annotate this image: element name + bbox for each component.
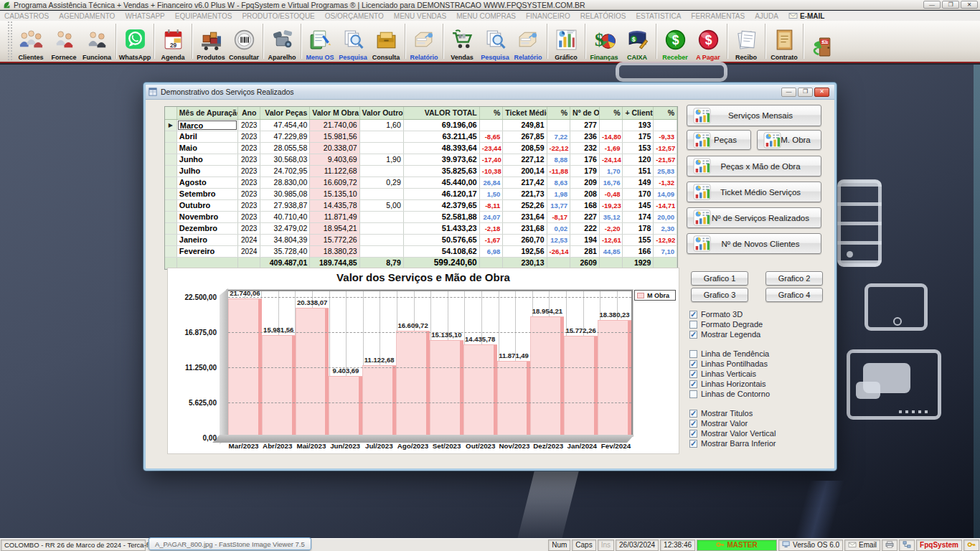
checkbox-box[interactable] bbox=[689, 331, 697, 339]
restore-button[interactable]: ❐ bbox=[942, 1, 959, 9]
grid-cell[interactable]: 151 bbox=[623, 165, 654, 176]
grid-cell[interactable]: -0,48 bbox=[599, 188, 623, 199]
toolbar-button-recibo[interactable]: Recibo bbox=[730, 21, 763, 62]
checkbox-box[interactable] bbox=[689, 380, 697, 388]
grid-cell[interactable] bbox=[359, 234, 403, 245]
grid-cell[interactable]: 18.380,23 bbox=[310, 245, 359, 257]
grid-cell[interactable]: 8,63 bbox=[547, 176, 570, 188]
grid-cell[interactable]: 11.122,68 bbox=[310, 165, 359, 176]
grid-cell[interactable] bbox=[599, 119, 623, 131]
grid-cell[interactable]: Novembro bbox=[176, 211, 238, 222]
toolbar-button-consulta[interactable]: Consulta bbox=[369, 21, 402, 62]
grid-cell[interactable]: 47.454,40 bbox=[260, 119, 309, 131]
window-maximize-button[interactable]: ❐ bbox=[798, 88, 813, 97]
grid-cell[interactable]: 15.135,10 bbox=[310, 188, 359, 199]
grid-cell[interactable]: 52.581,88 bbox=[403, 211, 479, 222]
side-button-ticket-m-dio-servi-os[interactable]: Ticket Médio Serviços bbox=[687, 182, 821, 202]
menu-item-estatistica[interactable]: ESTATISTICA bbox=[636, 12, 681, 20]
grid-cell[interactable]: 51.433,23 bbox=[403, 222, 479, 234]
grid-cell[interactable]: -22,12 bbox=[547, 142, 570, 154]
grid-cell[interactable]: 2023 bbox=[238, 176, 260, 188]
grid-cell[interactable]: -9,33 bbox=[654, 131, 677, 142]
grid-cell[interactable]: 209 bbox=[570, 176, 600, 188]
window-minimize-button[interactable]: — bbox=[781, 88, 796, 97]
grid-cell[interactable]: -17,40 bbox=[479, 154, 503, 165]
toolbar-button-receber[interactable]: $Receber bbox=[659, 21, 692, 62]
grid-cell[interactable]: 1,60 bbox=[359, 119, 403, 131]
grid-cell[interactable]: 145 bbox=[623, 199, 654, 211]
checkbox-linhas-verticais[interactable]: Linhas Verticais bbox=[689, 369, 756, 378]
checkbox-box[interactable] bbox=[689, 321, 697, 329]
checkbox-box[interactable] bbox=[689, 350, 697, 358]
grid-cell[interactable]: Setembro bbox=[176, 188, 238, 199]
menu-item-produto-estoque[interactable]: PRODUTO/ESTOQUE bbox=[242, 12, 314, 20]
checkbox-mostrar-valor[interactable]: Mostrar Valor bbox=[689, 419, 748, 428]
grid-cell[interactable]: 2023 bbox=[238, 211, 260, 222]
toolbar-button-relat-rio[interactable]: Relatório bbox=[407, 21, 440, 62]
side-button-pe-as-x-m-o-de-obra[interactable]: Peças x Mão de Obra bbox=[687, 156, 821, 176]
grid-cell[interactable]: -11,88 bbox=[547, 165, 570, 176]
checkbox-mostrar-titulos[interactable]: Mostrar Titulos bbox=[689, 409, 753, 418]
toolbar-button-fornece[interactable]: Fornece bbox=[47, 21, 80, 62]
grid-cell[interactable]: 30.985,08 bbox=[260, 188, 309, 199]
grid-cell[interactable]: 175 bbox=[623, 131, 654, 142]
grid-cell[interactable]: Agosto bbox=[176, 176, 238, 188]
checkbox-box[interactable] bbox=[689, 430, 697, 438]
window-titlebar[interactable]: Demonstrativo dos Serviços Realizados — … bbox=[146, 85, 834, 100]
grid-cell[interactable]: Maio bbox=[176, 142, 238, 154]
minimize-button[interactable]: — bbox=[923, 1, 941, 9]
checkbox-mostrar-barra-inferior[interactable]: Mostrar Barra Inferior bbox=[689, 439, 776, 448]
grid-cell[interactable]: 1,50 bbox=[479, 188, 503, 199]
grid-cell[interactable]: 6,98 bbox=[479, 245, 503, 257]
grid-row-selector[interactable] bbox=[165, 142, 176, 154]
grid-cell[interactable]: 21.740,06 bbox=[310, 119, 359, 131]
toolbar-button-vendas[interactable]: Vendas bbox=[446, 21, 479, 62]
grid-cell[interactable]: 18.954,21 bbox=[310, 222, 359, 234]
side-button-n-de-novos-clientes[interactable]: Nº de Novos Clientes bbox=[687, 233, 821, 254]
grid-row-selector[interactable] bbox=[165, 222, 176, 234]
grid-cell[interactable]: Outubro bbox=[176, 199, 238, 211]
toolbar-button-produtos[interactable]: Produtos bbox=[194, 21, 227, 62]
side-button-m-obra[interactable]: M. Obra bbox=[757, 130, 821, 150]
grid-cell[interactable]: 221,73 bbox=[503, 188, 547, 199]
grid-cell[interactable]: -23,44 bbox=[479, 142, 503, 154]
grid-row-janeiro[interactable]: Janeiro202434.804,3915.772,2650.576,65-1… bbox=[165, 234, 677, 245]
grid-cell[interactable]: 260,70 bbox=[503, 234, 547, 245]
grid-row-abril[interactable]: Abril202347.229,8915.981,5663.211,45-8,6… bbox=[165, 131, 677, 142]
grid-row-selector[interactable] bbox=[165, 154, 176, 165]
side-button-n-de-servi-os-realizados[interactable]: Nº de Serviços Realizados bbox=[687, 207, 821, 228]
checkbox-box[interactable] bbox=[689, 410, 697, 418]
grid-cell[interactable]: 2023 bbox=[238, 142, 260, 154]
taskbar-faststone-button[interactable]: A_PAGAR_800.jpg - FastStone Image Viewer… bbox=[149, 537, 311, 550]
grid-cell[interactable]: Fevereiro bbox=[176, 245, 238, 257]
grid-cell[interactable]: 48.393,64 bbox=[403, 142, 479, 154]
grid-cell[interactable]: 153 bbox=[623, 142, 654, 154]
grid-row-setembro[interactable]: Setembro202330.985,0815.135,1046.120,171… bbox=[165, 188, 677, 199]
grid-cell[interactable]: 13,77 bbox=[547, 199, 570, 211]
grid-cell[interactable]: 1,98 bbox=[547, 188, 570, 199]
grid-cell[interactable]: 178 bbox=[623, 222, 654, 234]
grid-cell[interactable]: 40.710,40 bbox=[260, 211, 309, 222]
grid-cell[interactable]: -21,57 bbox=[654, 154, 677, 165]
grid-row-fevereiro[interactable]: Fevereiro202435.728,4018.380,2354.108,62… bbox=[165, 245, 677, 257]
grid-cell[interactable]: 16,76 bbox=[599, 176, 623, 188]
grid-cell[interactable]: 174 bbox=[623, 211, 654, 222]
grid-cell[interactable]: 20,00 bbox=[654, 211, 677, 222]
grid-cell[interactable] bbox=[359, 131, 403, 142]
grid-cell[interactable]: 25,83 bbox=[654, 165, 677, 176]
checkbox-linhas-horizontais[interactable]: Linhas Horizontais bbox=[689, 380, 766, 388]
grid-cell[interactable] bbox=[359, 211, 403, 222]
checkbox-linhas-pontilhadas[interactable]: Linhas Pontilhadas bbox=[689, 359, 768, 368]
grid-cell[interactable]: -19,23 bbox=[599, 199, 623, 211]
grid-row-maio[interactable]: Maio202328.055,5820.338,0748.393,64-23,4… bbox=[165, 142, 677, 154]
checkbox-box[interactable] bbox=[689, 311, 697, 319]
grid-cell[interactable]: 232 bbox=[570, 142, 600, 154]
checkbox-box[interactable] bbox=[689, 390, 697, 398]
grid-cell[interactable]: 227 bbox=[570, 211, 600, 222]
grid-row-selector[interactable]: ▶ bbox=[165, 119, 176, 131]
grid-cell[interactable] bbox=[479, 119, 503, 131]
grid-cell[interactable]: 26,84 bbox=[479, 176, 503, 188]
grid-cell[interactable]: 15.772,26 bbox=[310, 234, 359, 245]
grid-cell[interactable]: -1,69 bbox=[599, 142, 623, 154]
toolbar-button-exit[interactable]: EXIT bbox=[806, 21, 839, 62]
